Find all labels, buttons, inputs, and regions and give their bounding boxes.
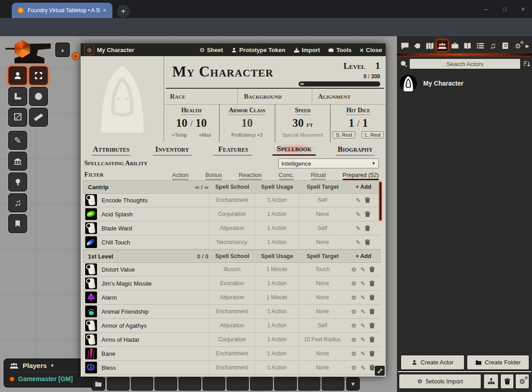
tab-scenes[interactable] xyxy=(424,40,436,52)
macro-slot[interactable] xyxy=(107,377,130,391)
filter-bonus[interactable]: Bonus xyxy=(205,172,222,180)
delete-spell-icon[interactable] xyxy=(369,336,375,343)
hit-dice-stat[interactable]: Hit Dice 1/1 S. Rest L. Rest xyxy=(330,104,386,142)
macro-slot[interactable] xyxy=(179,377,201,391)
edit-spell-icon[interactable]: ✎ xyxy=(360,280,365,287)
notes-tool[interactable] xyxy=(8,214,27,233)
tab-combat[interactable] xyxy=(411,40,423,52)
spell-icon[interactable] xyxy=(85,348,97,359)
delete-spell-icon[interactable] xyxy=(369,294,375,301)
hotbar-page-down-button[interactable]: ▾ xyxy=(346,377,360,391)
spell-icon[interactable] xyxy=(85,263,97,275)
sort-filter-icon[interactable] xyxy=(523,60,531,68)
delete-spell-icon[interactable] xyxy=(369,322,375,329)
sounds-tool[interactable]: ♫ xyxy=(8,193,27,212)
level-value[interactable]: 1 xyxy=(375,60,380,72)
edit-spell-icon[interactable]: ✎ xyxy=(356,225,361,232)
macro-folder-button[interactable] xyxy=(92,377,105,391)
search-input[interactable] xyxy=(409,58,521,69)
spell-slots[interactable]: ∞ / ∞ xyxy=(163,184,208,191)
spell-icon[interactable] xyxy=(85,320,97,331)
tab-inventory[interactable]: Inventory xyxy=(142,142,203,158)
long-rest-button[interactable]: L. Rest xyxy=(362,131,384,139)
spell-name[interactable]: Bane xyxy=(102,350,115,357)
delete-spell-icon[interactable] xyxy=(369,364,375,371)
actor-name[interactable]: My Character xyxy=(423,80,464,87)
spell-icon[interactable] xyxy=(85,208,97,220)
spell-row[interactable]: Jim's Magic Missile Evocation 1 Action N… xyxy=(83,277,380,291)
spell-name[interactable]: Blade Ward xyxy=(102,225,132,232)
tab-tables[interactable] xyxy=(474,40,486,52)
tab-spellbook[interactable]: Spellbook xyxy=(264,142,325,158)
alignment-field[interactable]: Alignment xyxy=(312,89,386,104)
target-tool[interactable] xyxy=(29,87,48,106)
spell-row[interactable]: Encode Thoughts Enchantment 1 Action Sel… xyxy=(83,193,380,207)
delete-spell-icon[interactable] xyxy=(369,350,375,357)
prepare-spell-icon[interactable]: ⚙ xyxy=(351,336,357,343)
filter-action[interactable]: Action xyxy=(172,172,189,180)
delete-spell-icon[interactable] xyxy=(365,239,370,246)
spell-name[interactable]: Armor of Agathys xyxy=(102,322,147,329)
spell-row[interactable]: Bless Enchantment 1 Action None ⚙✎ xyxy=(83,361,380,375)
edit-spell-icon[interactable]: ✎ xyxy=(356,239,361,246)
tab-items[interactable] xyxy=(449,40,461,52)
edit-spell-icon[interactable]: ✎ xyxy=(360,364,365,371)
macro-slot[interactable] xyxy=(131,377,154,391)
browser-tab[interactable]: Foundry Virtual Tabletop • A Stan × xyxy=(12,3,112,18)
tab-chat[interactable] xyxy=(399,40,411,52)
macro-slot[interactable] xyxy=(155,377,177,391)
prepare-spell-icon[interactable]: ⚙ xyxy=(351,350,357,357)
sheet-title-bar[interactable]: ◎ My Character ⚙ Sheet Prototype Token I… xyxy=(81,43,386,56)
players-header[interactable]: Players ▾ xyxy=(10,362,92,372)
import-button[interactable]: Import xyxy=(294,47,320,53)
spell-name[interactable]: Alarm xyxy=(102,294,117,301)
tab-compendium[interactable] xyxy=(499,40,511,52)
spell-icon[interactable] xyxy=(85,222,97,234)
actor-list-item[interactable]: My Character xyxy=(397,74,532,92)
spell-row[interactable]: Animal Friendship Enchantment 1 Action N… xyxy=(83,305,380,319)
spell-icon[interactable] xyxy=(85,236,97,248)
spell-slots[interactable]: 0 / 0 xyxy=(163,253,208,260)
select-token-tool[interactable] xyxy=(8,66,27,85)
macro-hotbar[interactable] xyxy=(107,377,344,391)
add-spell-button[interactable]: +Add xyxy=(346,253,381,259)
resize-handle[interactable] xyxy=(375,366,385,376)
short-rest-button[interactable]: S. Rest xyxy=(333,131,355,139)
new-tab-button[interactable]: + xyxy=(117,5,130,18)
spell-icon[interactable] xyxy=(85,277,97,289)
spell-row[interactable]: Armor of Agathys Abjuration 1 Action Sel… xyxy=(83,319,380,333)
window-maximize-button[interactable]: □ xyxy=(498,4,511,14)
settings-button[interactable]: ⚙⚙ xyxy=(515,374,529,389)
lighting-tool[interactable] xyxy=(8,172,27,191)
ruler-tool[interactable] xyxy=(29,108,48,127)
speed-stat[interactable]: Speed 30 ft Special Movement xyxy=(275,104,330,142)
health-stat[interactable]: Health 10/10 +Temp+Max xyxy=(164,104,219,142)
folder-tree-button[interactable] xyxy=(484,374,498,389)
tab-attributes[interactable]: Attributes xyxy=(81,142,142,158)
prepare-spell-icon[interactable]: ⚙ xyxy=(351,308,357,315)
spell-row[interactable]: Blade Ward Abjuration 1 Action Self ✎ xyxy=(83,221,380,235)
filter-prepared[interactable]: Prepared (52) xyxy=(343,172,379,180)
spell-name[interactable]: Animal Friendship xyxy=(102,308,149,315)
delete-spell-icon[interactable] xyxy=(369,280,375,287)
filter-ritual[interactable]: Ritual xyxy=(311,172,326,180)
prepare-spell-icon[interactable]: ⚙ xyxy=(351,266,357,273)
edit-spell-icon[interactable]: ✎ xyxy=(356,211,361,218)
race-field[interactable]: Race xyxy=(164,89,237,104)
xp-display[interactable]: 0 / 300 xyxy=(363,73,380,80)
tools-button[interactable]: Tools xyxy=(328,47,352,53)
edit-spell-icon[interactable]: ✎ xyxy=(360,308,365,315)
spell-row[interactable]: Distort Value Illusion 1 Minute Touch ⚙✎ xyxy=(83,263,380,277)
delete-spell-icon[interactable] xyxy=(369,308,375,315)
character-portrait[interactable] xyxy=(81,56,164,142)
background-field[interactable]: Background xyxy=(237,89,311,104)
window-close-button[interactable]: × xyxy=(517,4,529,14)
tab-biography[interactable]: Biography xyxy=(324,142,386,158)
character-sheet-window[interactable]: ◎ My Character ⚙ Sheet Prototype Token I… xyxy=(81,43,386,377)
prototype-token-button[interactable]: Prototype Token xyxy=(231,47,285,53)
spell-name[interactable]: Distort Value xyxy=(102,266,135,273)
armor-class-stat[interactable]: Armor Class 10 Proficiency +2 xyxy=(219,104,275,142)
tab-settings[interactable]: ⚙⚙ xyxy=(512,40,524,52)
prepare-spell-icon[interactable]: ⚙ xyxy=(351,280,357,287)
delete-spell-icon[interactable] xyxy=(365,211,370,218)
